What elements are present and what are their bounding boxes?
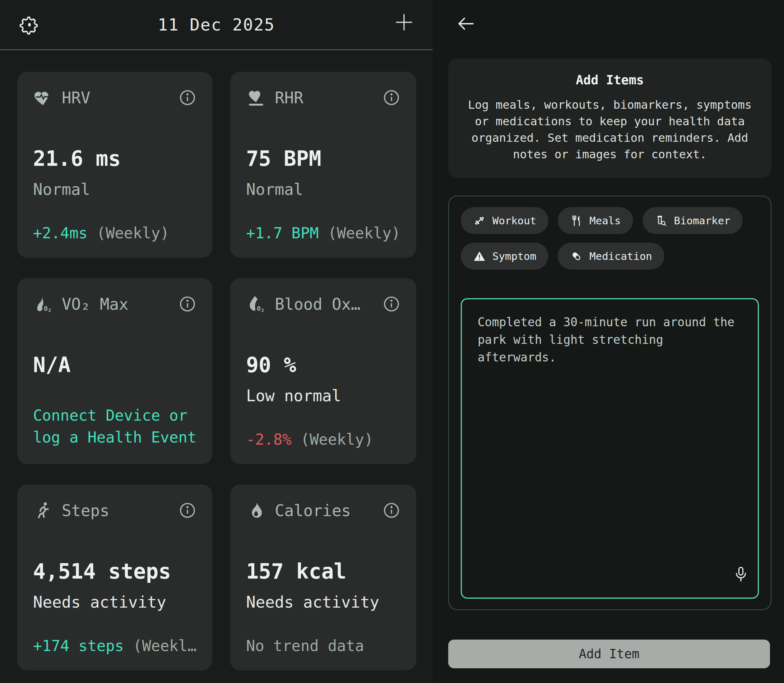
metric-value: 75 BPM: [246, 146, 400, 171]
metric-title: RHR: [275, 89, 303, 107]
add-items-info-card: Add Items Log meals, workouts, biomarker…: [448, 58, 771, 178]
info-icon[interactable]: [178, 502, 196, 519]
info-icon[interactable]: [382, 295, 400, 313]
pill-icon: [570, 250, 583, 263]
dashboard-panel: 11 Dec 2025 HRV: [0, 0, 433, 683]
back-arrow-icon[interactable]: [455, 13, 477, 34]
metric-status: Needs activity: [246, 593, 400, 611]
metric-card-calories[interactable]: Calories 157 kcal Needs activity No tren…: [230, 484, 416, 670]
chip-label: Biomarker: [674, 215, 731, 227]
connect-device-link[interactable]: Connect Device or log a Health Event: [33, 405, 196, 448]
lungs-o2-icon: O 2: [33, 294, 53, 314]
plus-icon[interactable]: [393, 11, 415, 33]
add-items-panel: Add Items Log meals, workouts, biomarker…: [433, 0, 784, 683]
card-header: Steps: [33, 500, 196, 520]
chip-meals[interactable]: Meals: [558, 207, 633, 234]
add-items-description: Log meals, workouts, biomarkers, symptom…: [459, 96, 761, 163]
trend-value: +174 steps: [33, 637, 124, 655]
chip-medication[interactable]: Medication: [558, 243, 664, 269]
metric-trend: +2.4ms (Weekly): [33, 224, 196, 242]
chip-label: Meals: [590, 215, 620, 227]
metric-card-vo2max[interactable]: O 2 VO₂ Max N/A Connect Device or log a …: [17, 278, 212, 464]
metric-status: Normal: [246, 180, 400, 199]
heart-monitor-icon: [246, 88, 266, 108]
metric-value: N/A: [33, 353, 196, 377]
metric-trend: No trend data: [246, 637, 400, 655]
info-icon[interactable]: [382, 89, 400, 107]
trend-value: +1.7 BPM: [246, 224, 318, 242]
metric-value: 21.6 ms: [33, 146, 196, 171]
warning-triangle-icon: [473, 250, 486, 263]
metric-trend: +1.7 BPM (Weekly): [246, 224, 400, 242]
test-tube-search-icon: [655, 214, 668, 227]
metric-title: HRV: [62, 89, 90, 107]
compose-container: Workout Meals: [448, 196, 771, 610]
metric-title: Steps: [62, 502, 109, 520]
metric-value: 4,514 steps: [33, 559, 196, 584]
date-title[interactable]: 11 Dec 2025: [0, 15, 433, 34]
metric-card-blood-oxygen[interactable]: O 2 Blood Ox… 90 % Low normal -2.8% (Wee…: [230, 278, 416, 464]
metric-status: Normal: [33, 180, 196, 199]
metric-title: Blood Ox…: [275, 295, 360, 313]
card-header: O 2 Blood Ox…: [246, 294, 400, 314]
trend-period: (Weekl…: [124, 637, 196, 655]
blood-drop-o2-icon: O 2: [246, 294, 266, 314]
chip-workout[interactable]: Workout: [461, 207, 548, 234]
utensils-icon: [570, 214, 583, 227]
metric-title: Calories: [275, 502, 351, 520]
svg-text:2: 2: [48, 308, 51, 313]
item-type-chips: Workout Meals: [461, 207, 759, 269]
metric-status: Low normal: [246, 386, 400, 405]
metric-value: 157 kcal: [246, 559, 400, 584]
metric-cards-grid: HRV 21.6 ms Normal +2.4ms (Weekly): [0, 50, 433, 670]
note-input[interactable]: Completed a 30-minute run around the par…: [461, 298, 759, 599]
svg-text:O: O: [257, 305, 261, 312]
add-item-button[interactable]: Add Item: [448, 640, 770, 668]
metric-card-steps[interactable]: Steps 4,514 steps Needs activity +174 st…: [17, 484, 212, 670]
flame-icon: [246, 500, 266, 520]
card-header: HRV: [33, 88, 196, 108]
card-header: O 2 VO₂ Max: [33, 294, 196, 314]
card-header: RHR: [246, 88, 400, 108]
metric-value: 90 %: [246, 353, 400, 377]
metric-title: VO₂ Max: [62, 295, 128, 313]
info-icon[interactable]: [178, 89, 196, 107]
trend-period: (Weekly): [88, 224, 170, 242]
trend-period: (Weekly): [318, 224, 400, 242]
chip-symptom[interactable]: Symptom: [461, 243, 548, 269]
info-icon[interactable]: [178, 295, 196, 313]
chip-label: Workout: [492, 215, 536, 227]
metric-trend: +174 steps (Weekl…: [33, 637, 196, 655]
runner-icon: [33, 500, 53, 520]
metric-card-hrv[interactable]: HRV 21.6 ms Normal +2.4ms (Weekly): [17, 72, 212, 258]
chip-label: Symptom: [492, 250, 536, 262]
svg-text:2: 2: [262, 308, 264, 313]
note-input-wrap: Completed a 30-minute run around the par…: [461, 298, 759, 599]
metric-status: Needs activity: [33, 593, 196, 611]
add-items-title: Add Items: [459, 73, 761, 87]
card-header: Calories: [246, 500, 400, 520]
dumbbell-icon: [473, 214, 486, 227]
trend-period: (Weekly): [292, 431, 373, 448]
microphone-icon[interactable]: [732, 566, 750, 583]
trend-period: No trend data: [246, 637, 364, 655]
trend-value: -2.8%: [246, 431, 291, 448]
dashboard-header: 11 Dec 2025: [0, 0, 433, 50]
heart-pulse-icon: [33, 88, 53, 108]
chip-biomarker[interactable]: Biomarker: [643, 207, 743, 234]
chip-label: Medication: [590, 250, 652, 262]
metric-trend: -2.8% (Weekly): [246, 431, 400, 448]
info-icon[interactable]: [382, 502, 400, 519]
trend-value: +2.4ms: [33, 224, 88, 242]
metric-card-rhr[interactable]: RHR 75 BPM Normal +1.7 BPM (Weekly): [230, 72, 416, 258]
svg-text:O: O: [44, 305, 48, 312]
